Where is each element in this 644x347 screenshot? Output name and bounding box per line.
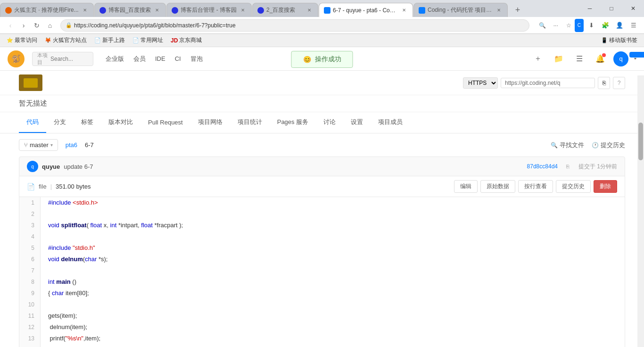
tab-tags[interactable]: 标签	[74, 112, 101, 133]
sync-button[interactable]: 👤	[613, 19, 626, 32]
line-content-3: void splitfloat( float x, int *intpart, …	[41, 220, 625, 231]
add-button[interactable]: ＋	[530, 51, 545, 66]
branch-dropdown-icon: ▾	[50, 142, 53, 148]
bookmark-newbie[interactable]: 📄 新手上路	[91, 35, 128, 45]
coding-ext-button[interactable]: C	[575, 19, 584, 32]
tab-version-compare[interactable]: 版本对比	[101, 112, 140, 133]
project-desc-area: 暂无描述	[0, 95, 644, 112]
commit-hash[interactable]: 87d8cc84d4	[527, 163, 558, 170]
minimize-button[interactable]: ─	[579, 1, 601, 16]
bookmark-firefox-label: 火狐官方站点	[53, 36, 87, 44]
file-history-button[interactable]: 提交历史	[556, 180, 591, 193]
bookmark-mobile[interactable]: 📱 移动版书签	[598, 35, 640, 45]
copy-hash-button[interactable]: ⎘	[563, 162, 573, 171]
tab-coding-active[interactable]: 6-7 - quyue - pta6 - Coding... ✕	[319, 3, 413, 17]
bookmark-common[interactable]: 📄 常用网址	[130, 35, 166, 45]
tab-network[interactable]: 项目网络	[190, 112, 230, 133]
scrollbar-thumb[interactable]	[638, 123, 643, 160]
nav-ci[interactable]: CI	[175, 55, 181, 62]
repo-url-input[interactable]	[501, 78, 595, 88]
nav-member[interactable]: 会员	[133, 55, 146, 63]
branch-icon: ⑂	[24, 141, 28, 149]
menu-button[interactable]: ☰	[627, 19, 640, 32]
line-content-5: #include "stdio.h"	[41, 242, 625, 254]
maximize-button[interactable]: □	[601, 1, 622, 16]
tab-close-blog[interactable]: ✕	[239, 7, 247, 14]
home-button[interactable]: ⌂	[43, 19, 57, 32]
delete-button[interactable]: 删除	[594, 180, 617, 193]
tab-title-firefox: 火狐主页 · 推荐使用Fire...	[14, 6, 79, 14]
tab-pages[interactable]: Pages 服务	[270, 112, 316, 133]
line-num-12: 12	[19, 322, 41, 333]
help-button[interactable]: ?	[613, 77, 625, 89]
tab-close-firefox[interactable]: ✕	[81, 7, 89, 14]
blame-button[interactable]: 按行查看	[518, 180, 553, 193]
notification-dot	[602, 53, 606, 57]
branch-selector[interactable]: ⑂ master ▾	[19, 139, 58, 151]
edit-button[interactable]: 编辑	[454, 180, 478, 193]
coding-header: 🐒 本项目 企业版 会员 IDE CI 冒泡 😊 操作成功 ＋ 📁 ☰ 🔔 q	[0, 47, 644, 71]
download-button[interactable]: ⬇	[585, 19, 598, 32]
upload-side-button[interactable]: 拖拽上传	[629, 52, 644, 58]
tab-favicon-coding-active	[324, 7, 330, 14]
commit-username[interactable]: quyue	[42, 163, 60, 170]
tab-discuss[interactable]: 讨论	[316, 112, 343, 133]
raw-button[interactable]: 原始数据	[480, 180, 515, 193]
folder-button[interactable]: 📁	[551, 51, 566, 66]
tab-firefox[interactable]: 火狐主页 · 推荐使用Fire... ✕	[0, 3, 94, 17]
tab-members[interactable]: 项目成员	[371, 112, 410, 133]
project-avatar-area	[19, 74, 42, 91]
new-tab-button[interactable]: +	[511, 3, 525, 17]
avatar[interactable]: q	[613, 51, 628, 66]
tab-coding2[interactable]: Coding - 代码托管 项目管理... ✕	[413, 3, 508, 17]
tab-stats[interactable]: 项目统计	[230, 112, 270, 133]
nav-bubble[interactable]: 冒泡	[190, 55, 203, 63]
coding-logo[interactable]: 🐒	[8, 50, 25, 67]
extensions-button[interactable]: 🧩	[599, 19, 612, 32]
page-content: 🐒 本项目 企业版 会员 IDE CI 冒泡 😊 操作成功 ＋ 📁 ☰ 🔔 q	[0, 47, 644, 347]
code-viewer: 1 #include <stdio.h> 2 3 void splitfloat…	[19, 197, 625, 347]
tab-close-baidu1[interactable]: ✕	[153, 7, 161, 14]
tab-blog[interactable]: 博客后台管理 - 博客园 ✕	[166, 3, 252, 17]
notification-button[interactable]: 🔔	[593, 51, 608, 66]
tab-pull-request[interactable]: Pull Request	[140, 113, 190, 132]
repo-path-link[interactable]: pta6	[66, 141, 77, 149]
file-info-bar: 📄 file | 351.00 bytes 编辑 原始数据 按行查看 提交历史 …	[19, 176, 625, 197]
commit-time: 提交于 1分钟前	[578, 163, 617, 171]
project-label: 本项目	[37, 52, 49, 66]
address-icons: 🔍 ··· ☆	[537, 20, 575, 31]
more-icon[interactable]: ···	[550, 20, 561, 31]
bookmark-common-label: 常用网址	[140, 36, 163, 44]
code-line-13: 13 printf("%s\n",item);	[19, 333, 625, 344]
tab-code[interactable]: 代码	[19, 112, 46, 133]
protocol-select[interactable]: HTTPS SSH	[463, 77, 498, 89]
star-icon[interactable]: ☆	[563, 20, 575, 31]
close-button[interactable]: ✕	[622, 1, 644, 16]
tab-baidu2[interactable]: 2_百度搜索 ✕	[252, 3, 318, 17]
commit-history-button[interactable]: 🕐 提交历史	[592, 141, 625, 149]
search-icon[interactable]: 🔍	[537, 20, 548, 31]
tab-settings[interactable]: 设置	[343, 112, 371, 133]
scrollbar-track[interactable]	[637, 75, 644, 347]
reload-button[interactable]: ↻	[30, 19, 43, 32]
list-button[interactable]: ☰	[572, 51, 587, 66]
project-logo	[24, 78, 38, 88]
bookmark-firefox[interactable]: 🦊 火狐官方站点	[42, 35, 90, 45]
bookmark-frequent[interactable]: ⭐ 最常访问	[4, 35, 40, 45]
nav-ide[interactable]: IDE	[155, 55, 165, 62]
address-input[interactable]	[74, 22, 524, 29]
tab-close-coding2[interactable]: ✕	[495, 7, 503, 14]
copy-url-button[interactable]: ⎘	[598, 77, 610, 89]
find-file-button[interactable]: 🔍 寻找文件	[551, 141, 584, 149]
tab-close-coding-active[interactable]: ✕	[400, 7, 408, 14]
line-num-1: 1	[19, 197, 41, 208]
nav-enterprise[interactable]: 企业版	[106, 55, 124, 63]
line-content-10	[41, 299, 625, 310]
forward-button[interactable]: ›	[17, 19, 30, 32]
tab-branch[interactable]: 分支	[46, 112, 74, 133]
tab-close-baidu2[interactable]: ✕	[305, 7, 313, 14]
tab-baidu1[interactable]: 博客园_百度搜索 ✕	[94, 3, 166, 17]
project-search-input[interactable]	[50, 56, 88, 62]
bookmark-jd[interactable]: JD 京东商城	[168, 35, 205, 45]
back-button[interactable]: ‹	[4, 19, 17, 32]
